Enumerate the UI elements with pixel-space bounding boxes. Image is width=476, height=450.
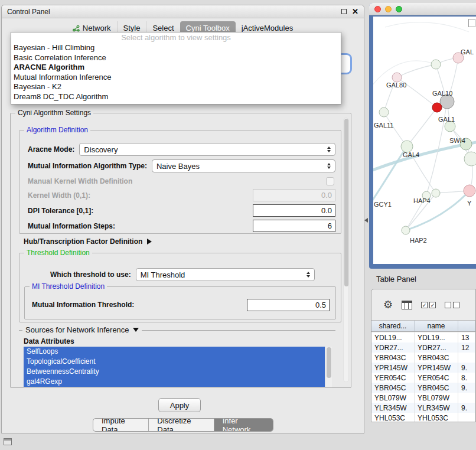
network-node[interactable] bbox=[431, 60, 441, 69]
network-node[interactable] bbox=[401, 141, 413, 152]
stepper-arrows-icon bbox=[327, 146, 331, 152]
settings-scrollbar[interactable] bbox=[343, 118, 349, 382]
algorithm-option[interactable]: Basic Correlation Inference bbox=[11, 53, 341, 63]
data-attribute-item[interactable]: TopologicalCoefficient bbox=[24, 357, 325, 367]
settings-gear-icon[interactable]: ⚙ bbox=[383, 299, 393, 310]
table-body: YDL19...YDL19...13YDR27...YDR27...12YBR0… bbox=[371, 332, 475, 422]
network-canvas[interactable]: GALGAL80GAL10GAL1GAL11SWI4GAL4GCY1HAP4HA… bbox=[373, 17, 476, 264]
tab-label: Infer Network bbox=[223, 418, 265, 432]
sources-section-toggle[interactable]: Sources for Network Inference bbox=[22, 325, 142, 334]
algorithm-option[interactable]: Mutual Information Inference bbox=[11, 73, 341, 83]
hub-transcription-label: Hub/Transcription Factor Definition bbox=[24, 237, 142, 246]
manual-kernel-label: Manual Kernel Width Definition bbox=[28, 177, 132, 185]
which-threshold-value: MI Threshold bbox=[141, 270, 185, 279]
cyni-mode-tabbar: Impute DataDiscretize DataInfer Network bbox=[93, 418, 273, 432]
apply-button[interactable]: Apply bbox=[158, 398, 201, 412]
which-threshold-select[interactable]: MI Threshold bbox=[136, 268, 315, 281]
network-node-label: GAL4 bbox=[403, 151, 419, 158]
network-node-label: GAL1 bbox=[438, 116, 455, 123]
algorithm-option[interactable]: Dream8 DC_TDC Algorithm bbox=[11, 92, 341, 102]
data-attribute-item[interactable]: SelfLoops bbox=[24, 347, 325, 357]
algorithm-definition-group: Algorithm Definition Aracne Mode: Discov… bbox=[19, 130, 341, 234]
table-cell: YPR145W bbox=[415, 363, 458, 373]
attributes-scrollbar-thumb[interactable] bbox=[327, 347, 331, 378]
mi-type-select[interactable]: Naive Bayes bbox=[152, 159, 335, 172]
collapsed-arrow-icon bbox=[147, 239, 152, 244]
mi-type-value: Naive Bayes bbox=[157, 162, 200, 171]
network-node-label: SWI4 bbox=[449, 137, 465, 144]
attributes-scrollbar[interactable] bbox=[325, 347, 332, 387]
bottom-tab-infer-network[interactable]: Infer Network bbox=[214, 419, 273, 431]
table-column-header[interactable]: shared... bbox=[371, 321, 415, 331]
minimize-window-icon[interactable] bbox=[385, 6, 392, 12]
kernel-width-label: Kernel Width (0,1): bbox=[28, 191, 90, 200]
table-row[interactable]: YER054CYER054C8. bbox=[371, 373, 475, 383]
control-panel-titlebar: Control Panel ✕ bbox=[2, 5, 364, 18]
data-attribute-item[interactable]: BetweennessCentrality bbox=[24, 367, 325, 377]
data-attribute-item[interactable]: gal4RGexp bbox=[24, 377, 325, 387]
screen: Control Panel ✕ NetworkStyleSelectCyni T… bbox=[0, 0, 476, 450]
network-node[interactable] bbox=[402, 226, 410, 234]
table-row[interactable]: YBR045CYBR045C9. bbox=[371, 383, 475, 393]
zoom-window-icon[interactable] bbox=[396, 6, 402, 12]
dpi-tolerance-field[interactable]: 0.0 bbox=[253, 204, 335, 217]
table-cell: YER054C bbox=[371, 373, 415, 383]
network-node[interactable] bbox=[379, 107, 389, 117]
network-node[interactable] bbox=[464, 185, 475, 197]
table-cell: YLR345W bbox=[371, 403, 415, 413]
panel-resize-grip[interactable] bbox=[364, 218, 368, 223]
float-panel-icon[interactable] bbox=[341, 9, 347, 14]
data-attributes-list: SelfLoopsTopologicalCoefficientBetweenne… bbox=[24, 347, 332, 387]
network-icon bbox=[73, 25, 80, 32]
table-row[interactable]: YPR145WYPR145W9. bbox=[371, 363, 475, 373]
table-cell: YBR043C bbox=[415, 353, 458, 363]
table-column-header[interactable]: name bbox=[415, 321, 458, 331]
table-row[interactable]: YBL079WYBL079W bbox=[371, 393, 475, 403]
table-cell: YLR345W bbox=[415, 403, 458, 413]
network-node[interactable] bbox=[432, 103, 442, 112]
column-browser-icon[interactable] bbox=[402, 301, 412, 309]
bottom-tab-discretize-data[interactable]: Discretize Data bbox=[148, 419, 213, 431]
hub-transcription-section-toggle[interactable]: Hub/Transcription Factor Definition bbox=[24, 237, 152, 246]
table-cell: YBR045C bbox=[371, 383, 415, 393]
table-row[interactable]: YHL053CYHL053C bbox=[371, 413, 475, 422]
table-cell: 9. bbox=[458, 383, 475, 393]
tab-label: Cyni Toolbox bbox=[186, 24, 230, 32]
network-node[interactable] bbox=[464, 152, 476, 166]
algorithm-option[interactable]: Bayesian - K2 bbox=[11, 82, 341, 92]
algorithm-option[interactable]: Bayesian - Hill Climbing bbox=[11, 43, 341, 53]
tab-label: Network bbox=[83, 24, 111, 32]
aracne-mode-select[interactable]: Discovery bbox=[79, 143, 335, 156]
table-row[interactable]: YBR043CYBR043C bbox=[371, 353, 475, 363]
control-panel-title: Control Panel bbox=[7, 8, 50, 16]
docked-panel-icon[interactable] bbox=[4, 438, 12, 445]
manual-kernel-checkbox[interactable] bbox=[326, 177, 334, 185]
settings-scrollbar-thumb[interactable] bbox=[344, 119, 348, 286]
network-node-label: Y bbox=[467, 200, 472, 207]
table-row[interactable]: YLR345WYLR345W9. bbox=[371, 403, 475, 413]
network-node[interactable] bbox=[392, 73, 402, 82]
network-node-label: GCY1 bbox=[374, 201, 392, 208]
table-cell: YDR27... bbox=[371, 343, 415, 353]
table-column-header[interactable] bbox=[458, 321, 475, 331]
table-cell: YBL079W bbox=[415, 393, 458, 403]
algorithm-option[interactable]: ARACNE Algorithm bbox=[11, 63, 341, 73]
deselect-all-icon[interactable] bbox=[445, 302, 459, 308]
mi-threshold-field[interactable]: 0.5 bbox=[247, 299, 330, 311]
mi-steps-field[interactable]: 6 bbox=[253, 220, 335, 232]
network-node-label: GAL bbox=[461, 48, 474, 56]
canvas-corner-box bbox=[468, 19, 475, 27]
network-window-titlebar[interactable] bbox=[369, 3, 476, 15]
table-row[interactable]: YDR27...YDR27...12 bbox=[371, 343, 475, 353]
table-cell: YDL19... bbox=[415, 332, 458, 343]
table-cell: 12 bbox=[458, 343, 475, 353]
close-window-icon[interactable] bbox=[374, 6, 381, 12]
network-node[interactable] bbox=[432, 189, 440, 197]
stepper-arrows-icon bbox=[307, 272, 310, 278]
table-row[interactable]: YDL19...YDL19...13 bbox=[371, 332, 475, 343]
algorithm-dropdown-list: Bayesian - Hill ClimbingBasic Correlatio… bbox=[11, 43, 341, 102]
bottom-tab-impute-data[interactable]: Impute Data bbox=[93, 419, 148, 431]
select-all-icon[interactable]: ✓ ✓ bbox=[421, 302, 436, 308]
close-panel-icon[interactable]: ✕ bbox=[352, 8, 358, 15]
network-node-layer: GALGAL80GAL10GAL1GAL11SWI4GAL4GCY1HAP4HA… bbox=[374, 48, 476, 244]
